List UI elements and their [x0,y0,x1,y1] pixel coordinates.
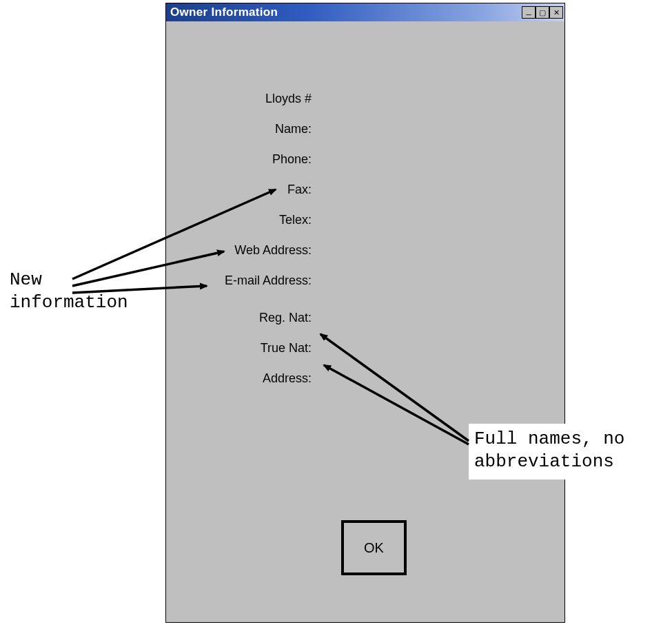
annotation-right-line1: Full names, no [474,429,624,449]
ok-button-label: OK [364,540,384,556]
form-area: Lloyds # Name: Phone: Fax: Telex: Web Ad… [166,21,564,393]
label-address: Address: [166,371,314,386]
maximize-icon[interactable] [536,6,549,19]
minimize-icon[interactable] [522,6,536,19]
label-fax: Fax: [166,183,314,197]
annotation-left-line1: New [10,269,42,290]
label-regnat: Reg. Nat: [166,311,314,325]
close-icon[interactable] [549,6,563,19]
label-telex: Telex: [166,213,314,227]
titlebar: Owner Information [166,3,564,21]
label-name: Name: [166,122,314,136]
annotation-new-information: New information [10,269,158,313]
annotation-full-names: Full names, no abbreviations [469,424,665,480]
annotation-right-line2: abbreviations [474,451,614,472]
ok-button[interactable]: OK [341,520,407,575]
label-email: E-mail Address: [166,274,314,288]
window-title: Owner Information [170,6,278,19]
label-web: Web Address: [166,243,314,258]
annotation-left-line2: information [10,292,128,313]
label-phone: Phone: [166,152,314,167]
label-truenat: True Nat: [166,341,314,355]
titlebar-controls [522,6,563,19]
label-lloyds: Lloyds # [166,92,314,106]
